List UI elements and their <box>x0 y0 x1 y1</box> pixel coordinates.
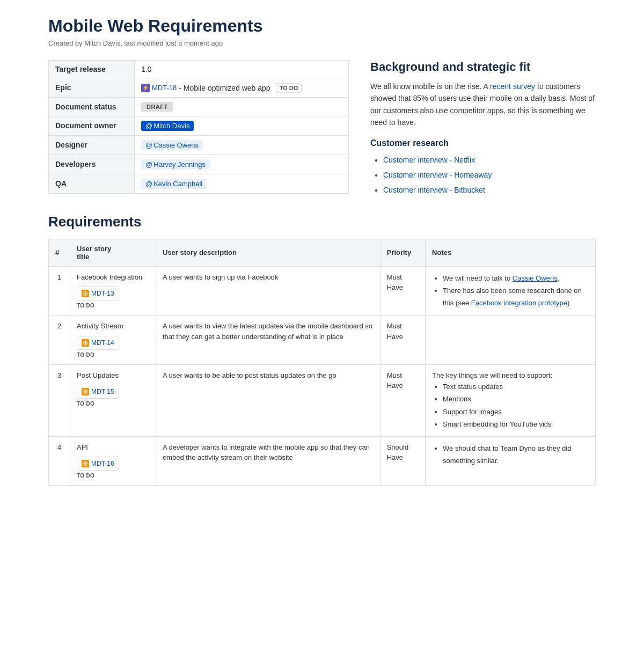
draft-badge: DRAFT <box>141 102 173 112</box>
col-notes: Notes <box>426 239 596 266</box>
customer-research-list: Customer interview - Netflix Customer in… <box>370 152 596 197</box>
info-table: Target release 1.0 Epic ⚡ MDT-18 - Mobil… <box>48 60 349 194</box>
requirements-heading: Requirements <box>48 214 596 230</box>
row1-title: Facebook Integration MDT-13 TO DO <box>70 266 156 316</box>
row4-priority: Should Have <box>380 436 425 486</box>
list-item-bitbucket: Customer interview - Bitbucket <box>383 182 596 197</box>
background-body: We all know mobile is on the rise. A rec… <box>370 80 596 129</box>
note-item: Smart embedding for YouTube vids <box>443 418 589 430</box>
row1-notes: We will need to talk to Cassie Owens. Th… <box>426 266 596 316</box>
value-developers: Harvey Jennings <box>135 155 349 174</box>
row4-jira-link[interactable]: MDT-16 <box>91 459 114 468</box>
row3-notes-intro: The key things we will need to support: <box>432 371 552 379</box>
note-cassie-link[interactable]: Cassie Owens <box>513 274 558 282</box>
link-netflix[interactable]: Customer interview - Netflix <box>383 156 475 164</box>
table-row-release: Target release 1.0 <box>49 61 349 78</box>
list-item-netflix: Customer interview - Netflix <box>383 152 596 167</box>
page-subtitle: Created by Mitch Davis, last modified ju… <box>48 39 596 47</box>
row2-title-text: Activity Stream <box>77 321 149 332</box>
row2-jira-icon <box>82 339 89 347</box>
label-epic: Epic <box>49 78 135 98</box>
note-item: We should chat to Team Dyno as they did … <box>443 442 589 467</box>
col-story-desc: User story description <box>156 239 380 266</box>
value-target-release: 1.0 <box>135 61 349 78</box>
row2-notes <box>426 316 596 365</box>
label-developers: Developers <box>49 155 135 174</box>
label-designer: Designer <box>49 135 135 155</box>
table-row-doc-owner: Document owner Mitch Davis <box>49 116 349 135</box>
table-row: 3 Post Updates MDT-15 TO DO A user wants… <box>49 364 596 436</box>
row3-title: Post Updates MDT-15 TO DO <box>70 364 156 436</box>
svg-point-3 <box>85 342 86 343</box>
row3-title-text: Post Updates <box>77 370 149 381</box>
page-title: Mobile Web Requirements <box>48 16 596 36</box>
mention-mitch-davis[interactable]: Mitch Davis <box>141 121 194 131</box>
value-epic: ⚡ MDT-18 - Mobile optimized web app TO D… <box>135 78 349 98</box>
note-item: Text status updates <box>443 380 589 393</box>
row3-priority: Must Have <box>380 364 425 436</box>
row2-num: 2 <box>49 316 70 365</box>
row2-todo-badge: TO DO <box>77 351 149 359</box>
table-row-epic: Epic ⚡ MDT-18 - Mobile optimized web app… <box>49 78 349 98</box>
row4-title: API MDT-16 TO DO <box>70 436 156 486</box>
row4-notes: We should chat to Team Dyno as they did … <box>426 436 596 486</box>
row3-jira-tag: MDT-15 <box>77 385 119 399</box>
row4-jira-tag: MDT-16 <box>77 457 119 471</box>
row4-num: 4 <box>49 436 70 486</box>
row1-priority: Must Have <box>380 266 425 316</box>
table-row-designer: Designer Cassie Owens <box>49 135 349 155</box>
table-row: 2 Activity Stream MDT-14 TO DO A user wa… <box>49 316 596 365</box>
table-row: 4 API MDT-16 TO DO A developer wants to … <box>49 436 596 486</box>
recent-survey-link[interactable]: recent survey <box>490 82 535 91</box>
note-item: Mentions <box>443 393 589 405</box>
svg-point-5 <box>85 391 86 393</box>
row1-jira-icon <box>82 290 89 297</box>
label-target-release: Target release <box>49 61 135 78</box>
note-item: There has also been some research done o… <box>443 284 589 310</box>
row3-todo-badge: TO DO <box>77 400 149 408</box>
requirements-table: # User storytitle User story description… <box>48 239 596 486</box>
row1-title-text: Facebook Integration <box>77 272 149 283</box>
row1-description: A user wants to sign up via Facebook <box>156 266 380 316</box>
note-item: Support for images <box>443 406 589 418</box>
row3-description: A user wants to be able to post status u… <box>156 364 380 436</box>
note-fb-prototype-link[interactable]: Facebook integration prototype <box>471 299 567 307</box>
label-doc-owner: Document owner <box>49 116 135 135</box>
table-row-developers: Developers Harvey Jennings <box>49 155 349 174</box>
mention-harvey-jennings[interactable]: Harvey Jennings <box>141 159 210 170</box>
row2-jira-link[interactable]: MDT-14 <box>91 338 114 348</box>
label-qa: QA <box>49 174 135 193</box>
table-row-doc-status: Document status DRAFT <box>49 97 349 116</box>
right-panel: Background and strategic fit We all know… <box>370 60 596 197</box>
background-heading: Background and strategic fit <box>370 60 596 74</box>
mention-kevin-campbell[interactable]: Kevin Campbell <box>141 179 207 189</box>
col-priority: Priority <box>380 239 425 266</box>
row2-description: A user wants to view the latest updates … <box>156 316 380 365</box>
row1-jira-link[interactable]: MDT-13 <box>91 289 114 298</box>
row4-title-text: API <box>77 442 149 453</box>
mention-cassie-owens[interactable]: Cassie Owens <box>141 140 203 150</box>
col-num: # <box>49 239 70 266</box>
row2-priority: Must Have <box>380 316 425 365</box>
value-doc-owner: Mitch Davis <box>135 116 349 135</box>
jira-epic-icon: ⚡ <box>141 84 150 92</box>
row3-jira-icon <box>82 388 89 395</box>
row1-todo-badge: TO DO <box>77 302 149 310</box>
svg-point-1 <box>85 293 86 295</box>
value-qa: Kevin Campbell <box>135 174 349 193</box>
customer-research-heading: Customer research <box>370 138 596 148</box>
epic-jira-text: - Mobile optimized web app <box>179 84 270 92</box>
label-doc-status: Document status <box>49 97 135 116</box>
row3-num: 3 <box>49 364 70 436</box>
epic-jira-link[interactable]: MDT-18 <box>152 84 177 92</box>
note-item: We will need to talk to Cassie Owens. <box>443 272 589 284</box>
link-bitbucket[interactable]: Customer interview - Bitbucket <box>383 186 485 194</box>
value-doc-status: DRAFT <box>135 97 349 116</box>
row3-notes-list: Text status updates Mentions Support for… <box>432 380 589 431</box>
row3-jira-link[interactable]: MDT-15 <box>91 387 114 397</box>
row1-num: 1 <box>49 266 70 316</box>
row2-title: Activity Stream MDT-14 TO DO <box>70 316 156 365</box>
epic-todo-badge: TO DO <box>276 83 302 93</box>
col-story-title: User storytitle <box>70 239 156 266</box>
link-homeaway[interactable]: Customer interview - Homeaway <box>383 171 492 179</box>
